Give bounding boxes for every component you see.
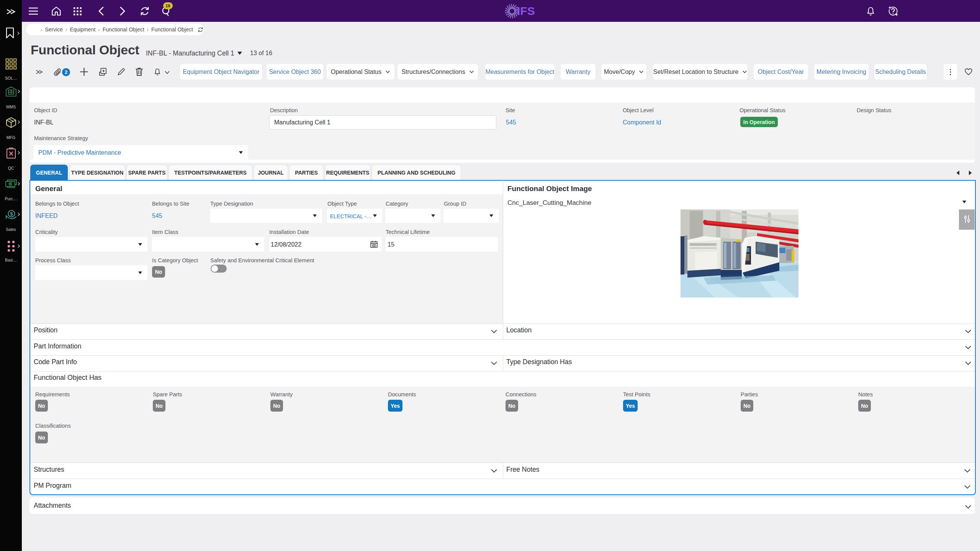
svg-text:$: $: [10, 211, 13, 217]
svg-text:$: $: [9, 182, 11, 186]
